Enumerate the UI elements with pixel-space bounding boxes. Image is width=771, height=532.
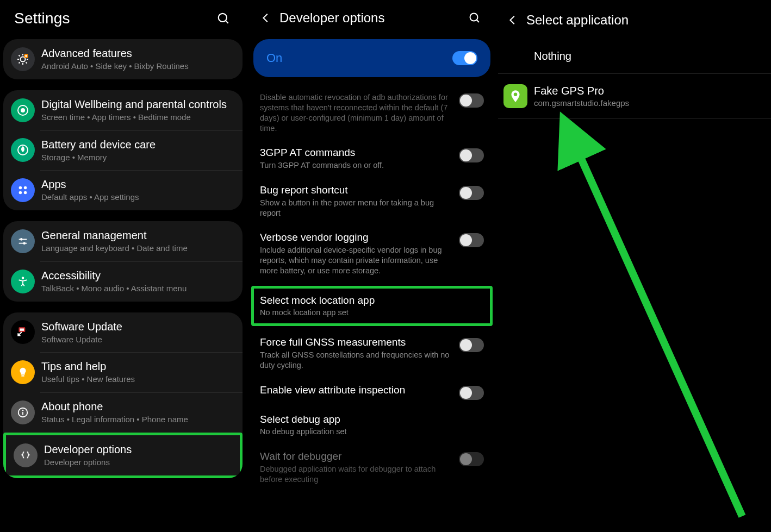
settings-item-battery-and-device-care[interactable]: Battery and device careStorage • Memory (3, 130, 243, 171)
sliders-icon (11, 229, 35, 253)
svg-point-24 (514, 93, 518, 97)
bulb-icon (11, 360, 35, 384)
svg-rect-17 (20, 329, 24, 331)
svg-point-0 (219, 14, 227, 22)
option-title: Wait for debugger (260, 450, 452, 463)
option-title: 3GPP AT commands (260, 146, 452, 159)
select-app-header: Select application (498, 0, 771, 39)
item-title: Software Update (41, 320, 232, 334)
dev-option-adb-timeout[interactable]: Disable automatic revocation of adb auth… (251, 85, 493, 140)
settings-item-general-management[interactable]: General managementLanguage and keyboard … (3, 221, 243, 261)
option-subtitle: No mock location app set (260, 308, 484, 318)
back-icon[interactable] (257, 9, 275, 27)
item-title: Digital Wellbeing and parental controls (41, 98, 232, 111)
settings-item-digital-wellbeing-and-parental-controls[interactable]: Digital Wellbeing and parental controlsS… (3, 90, 243, 130)
svg-point-12 (20, 238, 23, 241)
battery-icon (11, 138, 35, 162)
option-title: Force full GNSS measurements (260, 336, 452, 349)
gear-plus-icon (11, 47, 35, 71)
dev-option-wait-for-debugger[interactable]: Wait for debuggerDebugged application wa… (251, 443, 493, 491)
item-subtitle: Screen time • App timers • Bedtime mode (41, 112, 232, 123)
braces-icon (14, 443, 38, 467)
toggle[interactable] (459, 386, 484, 400)
item-title: Developer options (44, 443, 229, 456)
settings-item-apps[interactable]: AppsDefault apps • App settings (3, 170, 243, 210)
svg-point-5 (21, 108, 25, 112)
app-title: Nothing (534, 50, 760, 62)
option-subtitle: Track all GNSS constellations and freque… (260, 350, 452, 371)
item-title: Advanced features (41, 47, 232, 60)
toggle[interactable] (459, 93, 484, 108)
toggle[interactable] (459, 338, 484, 352)
developer-options-pane: Developer options On Disable automatic r… (251, 0, 493, 532)
info-icon (11, 400, 35, 424)
dev-option-select-mock-location-app[interactable]: Select mock location appNo mock location… (251, 286, 493, 327)
option-subtitle: Disable automatic revocation of adb auth… (260, 92, 452, 133)
dev-title: Developer options (279, 10, 467, 26)
option-title: Bug report shortcut (260, 184, 452, 197)
item-subtitle: Software Update (41, 335, 232, 345)
back-icon[interactable] (503, 11, 522, 29)
svg-line-1 (226, 21, 228, 23)
settings-item-software-update[interactable]: Software UpdateSoftware Update (3, 312, 243, 353)
item-subtitle: Default apps • App settings (41, 192, 232, 203)
dev-option-3gpp-at-commands[interactable]: 3GPP AT commandsTurn 3GPP AT commands on… (251, 140, 493, 177)
dev-header: Developer options (251, 0, 493, 39)
item-subtitle: TalkBack • Mono audio • Assistant menu (41, 284, 232, 294)
select-app-title: Select application (526, 12, 761, 28)
settings-header: Settings (0, 0, 246, 39)
settings-item-accessibility[interactable]: AccessibilityTalkBack • Mono audio • Ass… (3, 261, 243, 302)
svg-point-7 (19, 186, 22, 190)
dev-option-force-full-gnss-measurements[interactable]: Force full GNSS measurementsTrack all GN… (251, 329, 493, 377)
svg-point-14 (23, 242, 26, 245)
update-icon (11, 320, 35, 344)
option-title: Enable view attribute inspection (260, 384, 452, 397)
item-subtitle: Storage • Memory (41, 153, 232, 163)
option-title: Select debug app (260, 413, 484, 426)
app-item-fake-gps-pro[interactable]: Fake GPS Procom.gsmartstudio.fakegps (498, 74, 771, 119)
settings-title: Settings (14, 10, 70, 27)
item-title: General management (41, 229, 232, 242)
dev-option-verbose-vendor-logging[interactable]: Verbose vendor loggingInclude additional… (251, 224, 493, 282)
item-title: Battery and device care (41, 138, 232, 152)
toggle (459, 452, 484, 466)
app-title: Fake GPS Pro (534, 85, 760, 97)
svg-line-23 (477, 20, 480, 23)
item-title: Tips and help (41, 360, 232, 373)
item-subtitle: Developer options (44, 458, 229, 468)
settings-item-tips-and-help[interactable]: Tips and helpUseful tips • New features (3, 352, 243, 392)
settings-pane: Settings Advanced featuresAndroid Auto •… (0, 0, 246, 532)
svg-point-20 (22, 410, 24, 411)
option-subtitle: Turn 3GPP AT commands on or off. (260, 160, 452, 171)
option-title: Select mock location app (260, 294, 484, 307)
item-subtitle: Status • Legal information • Phone name (41, 415, 232, 425)
option-title: Verbose vendor logging (260, 231, 452, 244)
search-icon[interactable] (467, 10, 483, 26)
svg-point-15 (22, 277, 24, 279)
settings-item-developer-options[interactable]: Developer optionsDeveloper options (3, 433, 243, 478)
settings-item-advanced-features[interactable]: Advanced featuresAndroid Auto • Side key… (3, 39, 243, 79)
svg-point-10 (24, 191, 27, 195)
item-subtitle: Useful tips • New features (41, 374, 232, 385)
svg-point-22 (470, 14, 478, 21)
item-title: Accessibility (41, 269, 232, 283)
item-title: About phone (41, 400, 232, 414)
toggle[interactable] (459, 148, 484, 162)
wellbeing-icon (11, 98, 35, 122)
on-label: On (266, 51, 282, 65)
svg-point-8 (24, 186, 27, 190)
apps-icon (11, 178, 35, 202)
settings-item-about-phone[interactable]: About phoneStatus • Legal information • … (3, 392, 243, 433)
toggle[interactable] (459, 186, 484, 200)
dev-option-bug-report-shortcut[interactable]: Bug report shortcutShow a button in the … (251, 177, 493, 224)
svg-rect-21 (22, 412, 23, 415)
dev-master-toggle-row[interactable]: On (253, 39, 490, 77)
toggle[interactable] (459, 233, 484, 247)
search-icon[interactable] (215, 10, 232, 27)
master-toggle[interactable] (452, 51, 477, 65)
svg-rect-18 (21, 375, 24, 377)
option-subtitle: No debug application set (260, 427, 484, 437)
dev-option-enable-view-attribute-inspection[interactable]: Enable view attribute inspection (251, 377, 493, 406)
dev-option-select-debug-app[interactable]: Select debug appNo debug application set (251, 406, 493, 444)
app-item-nothing[interactable]: Nothing (498, 39, 771, 74)
